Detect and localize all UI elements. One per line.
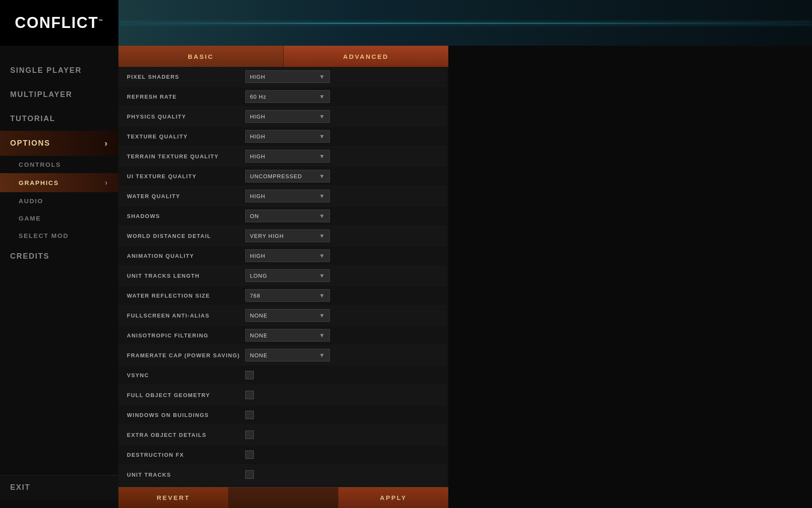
setting-row-pixel-shaders: PIXEL SHADERSHIGH▼ [118, 67, 447, 87]
dropdown-world-distance-detail[interactable]: VERY HIGH▼ [245, 229, 330, 242]
setting-control-water-reflection-size: 768▼ [245, 289, 447, 302]
setting-control-unit-tracks [245, 470, 447, 479]
settings-scroll[interactable]: PIXEL SHADERSHIGH▼REFRESH RATE60 Hz▼PHYS… [118, 67, 448, 487]
checkbox-unit-tracks[interactable] [245, 470, 254, 479]
top-banner: CONFLICT™ [0, 0, 812, 46]
sidebar-item-select-mod[interactable]: SELECT MOD [0, 227, 118, 244]
setting-label-anisotropic-filtering: ANISOTROPIC FILTERING [118, 332, 245, 339]
dropdown-arrow-water-reflection-size: ▼ [319, 292, 325, 299]
tabs-bar: BASIC ADVANCED [118, 46, 448, 67]
setting-row-unit-tracks: UNIT TRACKS [118, 465, 447, 485]
setting-label-fullscreen-anti-alias: FULLSCREEN ANTI-ALIAS [118, 312, 245, 319]
dropdown-arrow-water-quality: ▼ [319, 193, 325, 199]
setting-control-framerate-cap: NONE▼ [245, 349, 447, 362]
setting-label-physics-quality: PHYSICS QUALITY [118, 113, 245, 120]
sidebar-item-graphics[interactable]: GRAPHICS [0, 173, 118, 192]
dropdown-pixel-shaders[interactable]: HIGH▼ [245, 70, 330, 83]
setting-label-unit-tracks: UNIT TRACKS [118, 472, 245, 478]
setting-control-windows-on-buildings [245, 411, 447, 419]
dropdown-terrain-texture-quality[interactable]: HIGH▼ [245, 150, 330, 163]
dropdown-ui-texture-quality[interactable]: UNCOMPRESSED▼ [245, 170, 330, 182]
sidebar-item-tutorial[interactable]: TUTORIAL [0, 107, 118, 131]
dropdown-arrow-shadows: ▼ [319, 213, 325, 219]
exit-button[interactable]: EXIT [0, 475, 118, 500]
dropdown-value-refresh-rate: 60 Hz [250, 94, 266, 100]
dropdown-unit-tracks-length[interactable]: LONG▼ [245, 269, 330, 282]
setting-row-shadows: SHADOWSON▼ [118, 206, 447, 226]
dropdown-fullscreen-anti-alias[interactable]: NONE▼ [245, 309, 330, 322]
dropdown-value-physics-quality: HIGH [250, 113, 266, 120]
dropdown-framerate-cap[interactable]: NONE▼ [245, 349, 330, 362]
sidebar-item-multiplayer[interactable]: MULTIPLAYER [0, 83, 118, 107]
dropdown-arrow-anisotropic-filtering: ▼ [319, 332, 325, 339]
tab-advanced[interactable]: ADVANCED [284, 46, 449, 67]
sidebar: SINGLE PLAYER MULTIPLAYER TUTORIAL OPTIO… [0, 46, 118, 508]
dropdown-arrow-terrain-texture-quality: ▼ [319, 153, 325, 160]
setting-label-water-quality: WATER QUALITY [118, 193, 245, 199]
checkbox-vsync[interactable] [245, 371, 254, 379]
sidebar-item-credits[interactable]: CREDITS [0, 244, 118, 268]
checkbox-windows-on-buildings[interactable] [245, 411, 254, 419]
dropdown-physics-quality[interactable]: HIGH▼ [245, 110, 330, 123]
logo-area: CONFLICT™ [0, 0, 118, 46]
setting-row-refresh-rate: REFRESH RATE60 Hz▼ [118, 87, 447, 107]
dropdown-animation-quality[interactable]: HIGH▼ [245, 249, 330, 262]
dropdown-arrow-unit-tracks-length: ▼ [319, 272, 325, 279]
dropdown-shadows[interactable]: ON▼ [245, 210, 330, 222]
sidebar-item-controls[interactable]: CONTROLS [0, 156, 118, 173]
sidebar-item-audio[interactable]: AUDIO [0, 192, 118, 210]
setting-row-windows-on-buildings: WINDOWS ON BUILDINGS [118, 405, 447, 425]
apply-button[interactable]: APPLY [338, 487, 448, 508]
logo-conflict: CONFLICT™ [15, 14, 104, 32]
checkbox-extra-object-details[interactable] [245, 431, 254, 439]
setting-control-anisotropic-filtering: NONE▼ [245, 329, 447, 342]
middle-space [229, 487, 339, 508]
dropdown-water-quality[interactable]: HIGH▼ [245, 190, 330, 202]
checkbox-destruction-fx[interactable] [245, 450, 254, 459]
dropdown-value-anisotropic-filtering: NONE [250, 332, 268, 339]
logo-tm: ™ [99, 19, 104, 23]
dropdown-value-world-distance-detail: VERY HIGH [250, 233, 284, 239]
dropdown-arrow-ui-texture-quality: ▼ [319, 173, 325, 179]
setting-row-extra-object-details: EXTRA OBJECT DETAILS [118, 425, 447, 445]
setting-label-shadows: SHADOWS [118, 213, 245, 219]
setting-label-destruction-fx: DESTRUCTION FX [118, 452, 245, 458]
dropdown-value-water-quality: HIGH [250, 193, 266, 199]
setting-control-ui-texture-quality: UNCOMPRESSED▼ [245, 170, 447, 182]
setting-label-refresh-rate: REFRESH RATE [118, 94, 245, 100]
setting-row-destruction-fx: DESTRUCTION FX [118, 445, 447, 465]
dropdown-texture-quality[interactable]: HIGH▼ [245, 130, 330, 143]
dropdown-water-reflection-size[interactable]: 768▼ [245, 289, 330, 302]
game-logo: CONFLICT™ [15, 14, 104, 32]
setting-row-vsync: VSYNC [118, 365, 447, 385]
dropdown-arrow-animation-quality: ▼ [319, 252, 325, 259]
revert-button[interactable]: REVERT [118, 487, 229, 508]
main-layout: SINGLE PLAYER MULTIPLAYER TUTORIAL OPTIO… [0, 46, 812, 508]
setting-row-ui-texture-quality: UI TEXTURE QUALITYUNCOMPRESSED▼ [118, 166, 447, 186]
setting-label-windows-on-buildings: WINDOWS ON BUILDINGS [118, 412, 245, 418]
dropdown-anisotropic-filtering[interactable]: NONE▼ [245, 329, 330, 342]
sidebar-item-options[interactable]: OPTIONS [0, 131, 118, 156]
setting-label-animation-quality: ANIMATION QUALITY [118, 253, 245, 259]
setting-control-terrain-texture-quality: HIGH▼ [245, 150, 447, 163]
setting-label-pixel-shaders: PIXEL SHADERS [118, 74, 245, 80]
setting-control-extra-object-details [245, 431, 447, 439]
setting-control-destruction-fx [245, 450, 447, 459]
setting-row-anisotropic-filtering: ANISOTROPIC FILTERINGNONE▼ [118, 326, 447, 345]
setting-label-full-object-geometry: FULL OBJECT GEOMETRY [118, 392, 245, 398]
setting-row-water-quality: WATER QUALITYHIGH▼ [118, 186, 447, 206]
right-panel [448, 46, 812, 508]
tab-basic[interactable]: BASIC [118, 46, 284, 67]
setting-row-animation-quality: ANIMATION QUALITYHIGH▼ [118, 246, 447, 266]
setting-row-framerate-cap: FRAMERATE CAP (POWER SAVING)NONE▼ [118, 345, 447, 365]
setting-row-texture-quality: TEXTURE QUALITYHIGH▼ [118, 127, 447, 146]
dropdown-value-shadows: ON [250, 213, 259, 219]
sidebar-item-single-player[interactable]: SINGLE PLAYER [0, 58, 118, 83]
setting-label-water-reflection-size: WATER REFLECTION SIZE [118, 293, 245, 299]
setting-row-water-reflection-size: WATER REFLECTION SIZE768▼ [118, 286, 447, 306]
content-panel: BASIC ADVANCED PIXEL SHADERSHIGH▼REFRESH… [118, 46, 448, 508]
setting-control-physics-quality: HIGH▼ [245, 110, 447, 123]
sidebar-item-game[interactable]: GAME [0, 210, 118, 227]
dropdown-refresh-rate[interactable]: 60 Hz▼ [245, 90, 330, 103]
checkbox-full-object-geometry[interactable] [245, 391, 254, 399]
